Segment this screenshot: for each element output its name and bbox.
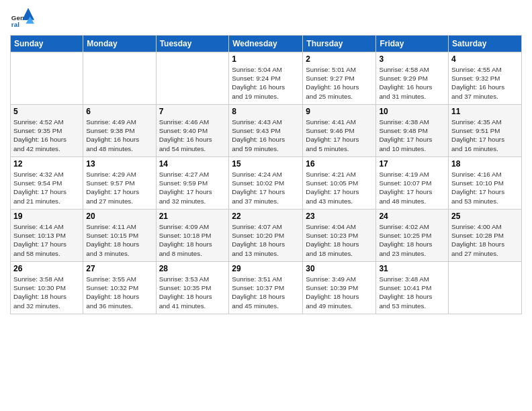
day-number: 1 <box>232 54 300 64</box>
day-number: 23 <box>306 212 373 221</box>
day-cell <box>449 262 522 314</box>
day-cell: 15Sunrise: 4:24 AM Sunset: 10:02 PM Dayl… <box>229 157 303 210</box>
day-info: Sunrise: 4:21 AM Sunset: 10:05 PM Daylig… <box>306 170 373 205</box>
day-cell: 17Sunrise: 4:19 AM Sunset: 10:07 PM Dayl… <box>376 157 449 210</box>
day-info: Sunrise: 5:04 AM Sunset: 9:24 PM Dayligh… <box>232 65 300 101</box>
day-number: 7 <box>159 107 226 116</box>
day-cell <box>156 52 229 105</box>
day-cell: 9Sunrise: 4:41 AM Sunset: 9:46 PM Daylig… <box>303 105 376 157</box>
day-cell: 23Sunrise: 4:04 AM Sunset: 10:23 PM Dayl… <box>303 210 376 262</box>
day-info: Sunrise: 4:32 AM Sunset: 9:54 PM Dayligh… <box>13 170 80 205</box>
day-cell: 10Sunrise: 4:38 AM Sunset: 9:48 PM Dayli… <box>376 105 449 157</box>
day-number: 15 <box>232 159 300 169</box>
day-info: Sunrise: 4:46 AM Sunset: 9:40 PM Dayligh… <box>159 118 226 153</box>
week-row-4: 26Sunrise: 3:58 AM Sunset: 10:30 PM Dayl… <box>11 262 522 314</box>
day-info: Sunrise: 4:49 AM Sunset: 9:38 PM Dayligh… <box>86 118 152 153</box>
header: Gene ral <box>10 7 522 31</box>
svg-text:ral: ral <box>11 21 19 28</box>
day-info: Sunrise: 4:02 AM Sunset: 10:25 PM Daylig… <box>379 222 445 258</box>
header-row: SundayMondayTuesdayWednesdayThursdayFrid… <box>11 36 522 52</box>
day-number: 18 <box>451 159 519 169</box>
day-header-wednesday: Wednesday <box>229 36 303 52</box>
day-cell: 28Sunrise: 3:53 AM Sunset: 10:35 PM Dayl… <box>156 262 229 314</box>
logo: Gene ral <box>10 7 37 31</box>
day-number: 10 <box>379 107 445 116</box>
day-cell: 8Sunrise: 4:43 AM Sunset: 9:43 PM Daylig… <box>229 105 303 157</box>
week-row-3: 19Sunrise: 4:14 AM Sunset: 10:13 PM Dayl… <box>11 210 522 262</box>
week-row-1: 5Sunrise: 4:52 AM Sunset: 9:35 PM Daylig… <box>11 105 522 157</box>
day-cell: 26Sunrise: 3:58 AM Sunset: 10:30 PM Dayl… <box>11 262 83 314</box>
day-info: Sunrise: 4:38 AM Sunset: 9:48 PM Dayligh… <box>379 118 445 153</box>
logo-icon: Gene ral <box>10 7 34 31</box>
day-info: Sunrise: 3:48 AM Sunset: 10:41 PM Daylig… <box>379 275 445 310</box>
day-number: 26 <box>13 264 80 273</box>
day-number: 6 <box>86 107 152 116</box>
day-cell: 3Sunrise: 4:58 AM Sunset: 9:29 PM Daylig… <box>376 52 449 105</box>
day-info: Sunrise: 4:41 AM Sunset: 9:46 PM Dayligh… <box>306 118 373 153</box>
day-info: Sunrise: 3:53 AM Sunset: 10:35 PM Daylig… <box>159 275 226 310</box>
day-info: Sunrise: 4:55 AM Sunset: 9:32 PM Dayligh… <box>451 65 519 101</box>
week-row-2: 12Sunrise: 4:32 AM Sunset: 9:54 PM Dayli… <box>11 157 522 210</box>
day-info: Sunrise: 4:19 AM Sunset: 10:07 PM Daylig… <box>379 170 445 205</box>
day-number: 21 <box>159 212 226 221</box>
day-info: Sunrise: 4:16 AM Sunset: 10:10 PM Daylig… <box>451 170 519 205</box>
day-number: 3 <box>379 54 445 64</box>
day-header-sunday: Sunday <box>11 36 83 52</box>
day-number: 22 <box>232 212 300 221</box>
day-info: Sunrise: 3:58 AM Sunset: 10:30 PM Daylig… <box>13 275 80 310</box>
day-cell <box>83 52 156 105</box>
day-info: Sunrise: 3:51 AM Sunset: 10:37 PM Daylig… <box>232 275 300 310</box>
day-header-tuesday: Tuesday <box>156 36 229 52</box>
day-number: 30 <box>306 264 373 273</box>
day-info: Sunrise: 5:01 AM Sunset: 9:27 PM Dayligh… <box>306 65 373 101</box>
day-cell: 2Sunrise: 5:01 AM Sunset: 9:27 PM Daylig… <box>303 52 376 105</box>
day-cell: 25Sunrise: 4:00 AM Sunset: 10:28 PM Dayl… <box>449 210 522 262</box>
day-cell: 6Sunrise: 4:49 AM Sunset: 9:38 PM Daylig… <box>83 105 156 157</box>
day-cell: 21Sunrise: 4:09 AM Sunset: 10:18 PM Dayl… <box>156 210 229 262</box>
day-cell: 24Sunrise: 4:02 AM Sunset: 10:25 PM Dayl… <box>376 210 449 262</box>
day-number: 2 <box>306 54 373 64</box>
day-header-friday: Friday <box>376 36 449 52</box>
day-info: Sunrise: 4:29 AM Sunset: 9:57 PM Dayligh… <box>86 170 152 205</box>
day-number: 12 <box>13 159 80 169</box>
day-info: Sunrise: 4:00 AM Sunset: 10:28 PM Daylig… <box>451 222 519 258</box>
day-number: 13 <box>86 159 152 169</box>
day-info: Sunrise: 4:14 AM Sunset: 10:13 PM Daylig… <box>13 222 80 258</box>
day-number: 28 <box>159 264 226 273</box>
day-info: Sunrise: 4:43 AM Sunset: 9:43 PM Dayligh… <box>232 118 300 153</box>
day-number: 25 <box>451 212 519 221</box>
day-cell <box>11 52 83 105</box>
day-cell: 12Sunrise: 4:32 AM Sunset: 9:54 PM Dayli… <box>11 157 83 210</box>
day-header-monday: Monday <box>83 36 156 52</box>
day-cell: 19Sunrise: 4:14 AM Sunset: 10:13 PM Dayl… <box>11 210 83 262</box>
day-cell: 7Sunrise: 4:46 AM Sunset: 9:40 PM Daylig… <box>156 105 229 157</box>
day-number: 31 <box>379 264 445 273</box>
day-cell: 22Sunrise: 4:07 AM Sunset: 10:20 PM Dayl… <box>229 210 303 262</box>
day-info: Sunrise: 4:24 AM Sunset: 10:02 PM Daylig… <box>232 170 300 205</box>
day-cell: 13Sunrise: 4:29 AM Sunset: 9:57 PM Dayli… <box>83 157 156 210</box>
day-number: 16 <box>306 159 373 169</box>
day-cell: 30Sunrise: 3:49 AM Sunset: 10:39 PM Dayl… <box>303 262 376 314</box>
day-header-saturday: Saturday <box>449 36 522 52</box>
day-number: 20 <box>86 212 152 221</box>
day-info: Sunrise: 4:11 AM Sunset: 10:15 PM Daylig… <box>86 222 152 258</box>
day-info: Sunrise: 4:27 AM Sunset: 9:59 PM Dayligh… <box>159 170 226 205</box>
day-info: Sunrise: 4:52 AM Sunset: 9:35 PM Dayligh… <box>13 118 80 153</box>
day-cell: 31Sunrise: 3:48 AM Sunset: 10:41 PM Dayl… <box>376 262 449 314</box>
day-cell: 27Sunrise: 3:55 AM Sunset: 10:32 PM Dayl… <box>83 262 156 314</box>
day-number: 14 <box>159 159 226 169</box>
week-row-0: 1Sunrise: 5:04 AM Sunset: 9:24 PM Daylig… <box>11 52 522 105</box>
day-cell: 18Sunrise: 4:16 AM Sunset: 10:10 PM Dayl… <box>449 157 522 210</box>
day-cell: 29Sunrise: 3:51 AM Sunset: 10:37 PM Dayl… <box>229 262 303 314</box>
day-number: 17 <box>379 159 445 169</box>
day-number: 19 <box>13 212 80 221</box>
day-number: 9 <box>306 107 373 116</box>
day-cell: 5Sunrise: 4:52 AM Sunset: 9:35 PM Daylig… <box>11 105 83 157</box>
day-info: Sunrise: 4:09 AM Sunset: 10:18 PM Daylig… <box>159 222 226 258</box>
day-number: 24 <box>379 212 445 221</box>
day-info: Sunrise: 3:55 AM Sunset: 10:32 PM Daylig… <box>86 275 152 310</box>
day-cell: 4Sunrise: 4:55 AM Sunset: 9:32 PM Daylig… <box>449 52 522 105</box>
day-number: 27 <box>86 264 152 273</box>
day-cell: 16Sunrise: 4:21 AM Sunset: 10:05 PM Dayl… <box>303 157 376 210</box>
day-cell: 11Sunrise: 4:35 AM Sunset: 9:51 PM Dayli… <box>449 105 522 157</box>
